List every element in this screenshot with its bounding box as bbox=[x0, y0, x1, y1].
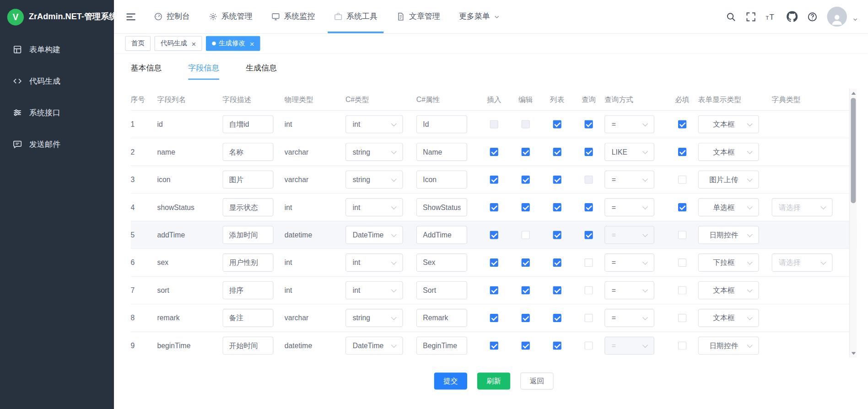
avatar-chevron-down-icon[interactable] bbox=[852, 16, 858, 22]
tag-code-gen[interactable]: 代码生成 × bbox=[155, 36, 202, 51]
query-mode-select[interactable]: = bbox=[604, 337, 654, 355]
insert-checkbox[interactable] bbox=[490, 120, 498, 129]
dict-type-select[interactable]: 请选择 bbox=[771, 253, 832, 272]
refresh-button[interactable]: 刷新 bbox=[477, 372, 511, 390]
required-checkbox[interactable] bbox=[678, 231, 686, 239]
csharp-type-select[interactable]: string bbox=[345, 143, 403, 161]
query-mode-select[interactable]: = bbox=[604, 309, 654, 327]
csharp-type-select[interactable]: int bbox=[345, 281, 403, 300]
display-type-select[interactable]: 单选框 bbox=[698, 198, 759, 216]
display-type-select[interactable]: 文本框 bbox=[698, 143, 759, 161]
query-checkbox[interactable] bbox=[585, 176, 593, 184]
tab-gen-info[interactable]: 生成信息 bbox=[246, 63, 277, 80]
help-icon[interactable] bbox=[807, 11, 818, 22]
required-checkbox[interactable] bbox=[678, 258, 686, 267]
display-type-select[interactable]: 图片上传 bbox=[698, 171, 759, 189]
query-checkbox[interactable] bbox=[585, 148, 593, 156]
search-icon[interactable] bbox=[726, 11, 736, 22]
avatar[interactable] bbox=[827, 7, 847, 27]
nav-system-monitor[interactable]: 系统监控 bbox=[262, 0, 324, 33]
csharp-property-input[interactable] bbox=[416, 226, 467, 244]
edit-checkbox[interactable] bbox=[522, 341, 530, 350]
csharp-type-select[interactable]: int bbox=[345, 115, 403, 134]
field-description-input[interactable] bbox=[222, 281, 273, 300]
display-type-select[interactable]: 日期控件 bbox=[698, 337, 759, 355]
csharp-property-input[interactable] bbox=[416, 253, 467, 272]
csharp-type-select[interactable]: DateTime bbox=[345, 337, 403, 355]
required-checkbox[interactable] bbox=[678, 203, 686, 211]
tab-basic-info[interactable]: 基本信息 bbox=[131, 63, 162, 80]
csharp-property-input[interactable] bbox=[416, 281, 467, 300]
dict-type-select[interactable]: 请选择 bbox=[771, 198, 832, 216]
scrollbar-thumb[interactable] bbox=[851, 98, 856, 203]
list-checkbox[interactable] bbox=[553, 231, 561, 239]
list-checkbox[interactable] bbox=[553, 258, 561, 267]
csharp-type-select[interactable]: string bbox=[345, 171, 403, 189]
field-description-input[interactable] bbox=[222, 143, 273, 161]
insert-checkbox[interactable] bbox=[490, 203, 498, 211]
sidebar-item-mail[interactable]: 发送邮件 bbox=[0, 129, 114, 160]
query-mode-select[interactable]: = bbox=[604, 226, 654, 244]
back-button[interactable]: 返回 bbox=[520, 372, 554, 390]
list-checkbox[interactable] bbox=[553, 286, 561, 294]
insert-checkbox[interactable] bbox=[490, 148, 498, 156]
list-checkbox[interactable] bbox=[553, 203, 561, 211]
csharp-type-select[interactable]: int bbox=[345, 198, 403, 216]
collapse-sidebar-button[interactable] bbox=[123, 9, 139, 25]
nav-system-admin[interactable]: 系统管理 bbox=[199, 0, 262, 33]
query-mode-select[interactable]: = bbox=[604, 171, 654, 189]
csharp-property-input[interactable] bbox=[416, 198, 467, 216]
insert-checkbox[interactable] bbox=[490, 176, 498, 184]
display-type-select[interactable]: 下拉框 bbox=[698, 253, 759, 272]
csharp-type-select[interactable]: DateTime bbox=[345, 226, 403, 244]
edit-checkbox[interactable] bbox=[522, 176, 530, 184]
required-checkbox[interactable] bbox=[678, 120, 686, 129]
nav-article-admin[interactable]: 文章管理 bbox=[387, 0, 450, 33]
list-checkbox[interactable] bbox=[553, 176, 561, 184]
query-mode-select[interactable]: = bbox=[604, 281, 654, 300]
query-checkbox[interactable] bbox=[585, 314, 593, 322]
field-description-input[interactable] bbox=[222, 115, 273, 134]
edit-checkbox[interactable] bbox=[522, 120, 530, 129]
field-description-input[interactable] bbox=[222, 309, 273, 327]
display-type-select[interactable]: 文本框 bbox=[698, 309, 759, 327]
query-checkbox[interactable] bbox=[585, 341, 593, 350]
query-mode-select[interactable]: = bbox=[604, 115, 654, 134]
query-checkbox[interactable] bbox=[585, 203, 593, 211]
edit-checkbox[interactable] bbox=[522, 258, 530, 267]
font-size-icon[interactable]: TT bbox=[766, 11, 777, 22]
query-mode-select[interactable]: = bbox=[604, 253, 654, 272]
required-checkbox[interactable] bbox=[678, 286, 686, 294]
scroll-down-button[interactable] bbox=[850, 349, 857, 357]
field-description-input[interactable] bbox=[222, 198, 273, 216]
edit-checkbox[interactable] bbox=[522, 314, 530, 322]
insert-checkbox[interactable] bbox=[490, 341, 498, 350]
close-icon[interactable]: × bbox=[192, 40, 196, 48]
tag-home[interactable]: 首页 bbox=[125, 36, 151, 51]
query-checkbox[interactable] bbox=[585, 231, 593, 239]
field-description-input[interactable] bbox=[222, 253, 273, 272]
edit-checkbox[interactable] bbox=[522, 148, 530, 156]
list-checkbox[interactable] bbox=[553, 341, 561, 350]
table-scrollbar[interactable] bbox=[849, 89, 857, 358]
query-checkbox[interactable] bbox=[585, 258, 593, 267]
csharp-property-input[interactable] bbox=[416, 337, 467, 355]
query-checkbox[interactable] bbox=[585, 120, 593, 129]
display-type-select[interactable]: 日期控件 bbox=[698, 226, 759, 244]
close-icon[interactable]: × bbox=[250, 40, 254, 48]
insert-checkbox[interactable] bbox=[490, 231, 498, 239]
insert-checkbox[interactable] bbox=[490, 258, 498, 267]
required-checkbox[interactable] bbox=[678, 314, 686, 322]
csharp-property-input[interactable] bbox=[416, 143, 467, 161]
list-checkbox[interactable] bbox=[553, 148, 561, 156]
csharp-type-select[interactable]: string bbox=[345, 309, 403, 327]
display-type-select[interactable]: 文本框 bbox=[698, 115, 759, 134]
field-description-input[interactable] bbox=[222, 226, 273, 244]
csharp-property-input[interactable] bbox=[416, 115, 467, 134]
query-mode-select[interactable]: = bbox=[604, 198, 654, 216]
csharp-property-input[interactable] bbox=[416, 309, 467, 327]
fullscreen-icon[interactable] bbox=[746, 11, 756, 22]
insert-checkbox[interactable] bbox=[490, 314, 498, 322]
nav-dashboard[interactable]: 控制台 bbox=[145, 0, 199, 33]
tag-gen-edit[interactable]: 生成修改 × bbox=[206, 36, 260, 51]
